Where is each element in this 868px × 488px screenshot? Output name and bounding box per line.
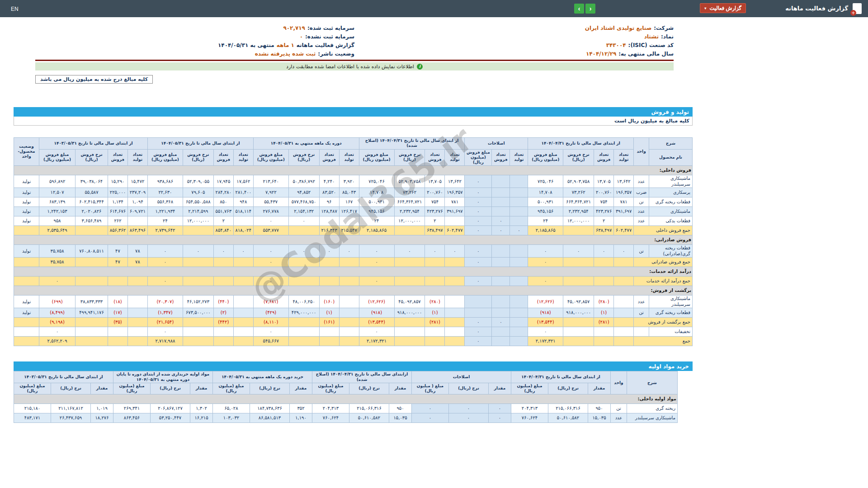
value-cell [213,258,233,267]
value-cell [594,327,614,337]
value-cell [492,188,510,197]
column-header: مقدار [389,383,412,394]
value-cell: ۰ [449,413,489,423]
status-cell [14,337,39,346]
prev-report-button[interactable]: ‹ [574,4,584,14]
value-cell: ۷۶۰,۸۰۸,۵۱۱ [75,245,108,258]
language-en-button[interactable]: EN [8,5,21,13]
value-cell [233,277,253,286]
value-cell [614,308,634,318]
value-cell: (۱) [594,308,614,318]
column-header-sharh: شرح [649,138,693,150]
value-cell: ۷۸ [127,245,147,258]
value-cell: ۶۰۹,۷۲۱ [127,207,147,216]
value-cell: ۰ [394,245,425,258]
section-label: فروش داخلی: [14,166,693,175]
info-row-publisher-status: وضعیت ناشر: ثبت شده پذیرفته نشده [35,49,354,58]
group-header: ازابتدای سال مالی تا تاریخ ۱۴۰۴/۰۴/۳۱ (ا… [312,371,412,383]
codal-report-page: EN ‹ › + گزارش فعالیت ماهانه گزارش فعالی… [0,0,868,488]
company-info-left-column: سرمایه ثبت شده: ۹۰۲,۷۱۹ سرمایه ثبت نشده:… [35,23,354,58]
group-header: مواد اولیه خریداری شده از ابتدای دوره تا… [113,371,213,383]
column-header: مبلغ فروش (میلیون ریال) [253,149,288,166]
value-cell [445,296,465,308]
value-cell [614,258,634,267]
value-cell: ۰ [213,245,233,258]
value-cell: ۲۱۶,۳۴۳ [319,226,339,235]
value-cell: ۷۹,۶۰۵ [183,188,213,197]
value-cell: (۱) [425,308,445,318]
product-name-cell: جمع فروش داخلی [634,226,693,235]
group-header: از ابتدای سال مالی تا تاریخ ۱۴۰۳/۰۵/۳۱ [14,371,113,383]
data-row: ریخته گریتن۹۵۰۲۱۵,۰۶۶,۳۱۶۲۰۴,۳۱۳۰۰۰۹۵۰۲۱… [14,404,678,413]
value-cell: ۵۰,۳۸۶,۷۹۲ [288,175,319,188]
section-label: فروش صادراتی: [14,235,693,245]
value-cell [563,226,594,235]
value-cell [288,318,319,327]
value-cell: ۰ [563,245,594,258]
value-cell [614,277,634,286]
value-cell [510,327,528,337]
value-cell: ۷۸۱ [445,197,465,207]
value-cell: ۷۶۰,۶۲۴ [511,413,548,423]
group-header: از ابتدای سال مالی تا تاریخ ۱۴۰۴/۰۴/۳۱ [511,371,611,383]
value-cell: ۰ [528,277,563,286]
value-cell [394,337,425,346]
value-cell: ۰ [288,245,319,258]
value-cell: ۰ [253,277,288,286]
value-cell: ۰ [359,277,394,286]
value-cell [594,258,614,267]
section-label: برگشت از فروش: [14,286,693,296]
value-cell: ۰ [412,404,449,413]
info-value: ۳۴۳۰۰۴ [606,42,626,48]
info-row-company: شرکت: صنایع تولیدی اشتاد ایران [354,23,674,32]
value-cell: ۸۵۰ [213,197,233,207]
value-cell: ۲۰۶,۸۶۷,۱۲۷ [151,404,190,413]
group-header: دوره یک ماهه منتهی به ۱۴۰۴/۰۵/۳۱ [253,138,359,150]
production-sales-table: شرحواحداز ابتدای سال مالی تا تاریخ ۱۴۰۴/… [14,137,693,346]
value-cell: ۱۳,۷۰۵ [425,175,445,188]
value-cell [127,277,147,286]
report-type-dropdown[interactable]: گزارش فعالیت ▾ [700,3,746,13]
value-cell [75,318,108,327]
value-cell: ۰ [528,245,563,258]
value-cell: (۲۸۰) [425,296,445,308]
value-cell: ۸۵۶,۳۶۲ [108,226,127,235]
value-cell: ۵۰,۶۱۰,۵۸۲ [548,413,588,423]
column-header: تعداد فروش [492,149,510,166]
value-cell [445,308,465,318]
value-cell [288,277,319,286]
value-cell: ۴۲۳,۲۷۶ [425,207,445,216]
value-cell [492,296,510,308]
amounts-unit-box: کلیه مبالغ درج شده به میلیون ریال می باش… [35,75,153,84]
group-header: از ابتدای سال مالی تا تاریخ ۱۴۰۴/۰۵/۳۱ [147,138,253,150]
value-cell: ۰ [465,175,492,188]
value-cell [233,216,253,226]
value-cell: ۷۸۱ [614,197,634,207]
value-cell: ۲ [594,216,614,226]
product-name-cell: ماشینکاری سرسیلندر [627,413,678,423]
data-row: قطعات ریخته گریتن۷۸۱۷۵۴۶۶۴,۳۶۴,۷۲۱۵۰۰,۹۳… [14,197,693,207]
value-cell: ۲,۱۷۲,۳۲۱ [359,337,394,346]
value-cell: (۱) [319,308,339,318]
value-cell: (۲۰,۳۰۷) [147,296,183,308]
next-report-button[interactable]: › [585,4,595,14]
column-header: مقدار [489,383,511,394]
status-cell: تولید [14,308,39,318]
value-cell [425,327,445,337]
value-cell: ۷۶۰,۶۲۴ [312,413,349,423]
product-name-cell: ماشینکاری سرسیلندر [649,175,693,188]
value-cell [127,216,147,226]
value-cell [465,308,492,318]
value-cell: ۳۵۲ [290,404,312,413]
value-cell [425,258,445,267]
value-cell [425,277,445,286]
column-header: مقدار [588,383,611,394]
value-cell: ۱۹۶,۳۵۷ [445,188,465,197]
data-row: قطعات ریخته گری(صادراتی)تن۰۰۰۰۰۰۰۰۰۰۰۰۰۰… [14,245,693,258]
product-name-cell: جمع فروش صادراتی [634,258,693,267]
value-cell [394,277,425,286]
value-cell [492,327,510,337]
unit-cell: تن [634,245,649,258]
column-header: مبلغ (میلیون ریال) [213,383,250,394]
column-header: نرخ (ریال) [449,383,489,394]
